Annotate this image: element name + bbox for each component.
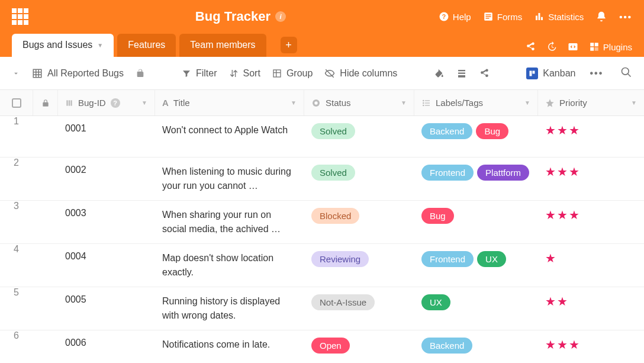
group-icon xyxy=(272,69,282,78)
cell-priority[interactable]: ★★★ xyxy=(538,158,644,186)
cell-labels[interactable]: UX xyxy=(414,287,538,317)
cell-title[interactable]: Map doesn't show location exactly. xyxy=(155,244,304,287)
svg-rect-13 xyxy=(595,47,598,51)
cell-bugid[interactable]: 0006 xyxy=(58,330,155,355)
cell-bugid[interactable]: 0004 xyxy=(58,244,155,269)
plugins-link[interactable]: Plugins xyxy=(589,41,632,52)
hide-columns-button[interactable]: Hide columns xyxy=(324,68,397,79)
select-all-column[interactable] xyxy=(0,90,33,115)
row-lock-cell xyxy=(33,244,58,258)
cell-title[interactable]: When sharing your run on social media, t… xyxy=(155,201,304,243)
cell-labels[interactable]: Backend xyxy=(414,330,538,361)
cell-labels[interactable]: BackendBug xyxy=(414,116,538,146)
tag-badge: Backend xyxy=(421,123,472,139)
svg-rect-19 xyxy=(273,70,281,77)
cell-priority[interactable]: ★ xyxy=(538,244,644,272)
cell-bugid[interactable]: 0003 xyxy=(58,201,155,226)
cell-title[interactable]: Running history is displayed with wrong … xyxy=(155,287,304,330)
row-height-icon[interactable] xyxy=(456,68,467,79)
svg-rect-10 xyxy=(590,43,594,46)
cell-labels[interactable]: FrontendPlattform xyxy=(414,158,538,188)
cell-status[interactable]: Open xyxy=(304,330,414,361)
col-dropdown-icon[interactable]: ▼ xyxy=(141,99,147,106)
table-row[interactable]: 50005Running history is displayed with w… xyxy=(0,287,644,330)
table-row[interactable]: 40004Map doesn't show location exactly.R… xyxy=(0,244,644,287)
paint-bucket-icon[interactable] xyxy=(434,68,445,79)
cell-priority[interactable]: ★★ xyxy=(538,287,644,316)
cell-bugid[interactable]: 0001 xyxy=(58,116,155,141)
cell-priority[interactable]: ★★★ xyxy=(538,116,644,144)
cell-status[interactable]: Solved xyxy=(304,158,414,188)
forms-link[interactable]: Forms xyxy=(483,11,523,22)
column-header-status[interactable]: Status ▼ xyxy=(304,90,414,115)
help-link[interactable]: ? Help xyxy=(439,11,471,22)
star-icon: ★ xyxy=(557,208,568,222)
status-badge: Reviewing xyxy=(311,251,369,267)
tab-team-members[interactable]: Team members xyxy=(179,34,266,57)
share-icon[interactable] xyxy=(525,41,536,52)
cell-priority[interactable]: ★★★ xyxy=(538,330,644,359)
table-row[interactable]: 10001Won't connect to Apple WatchSolvedB… xyxy=(0,116,644,158)
unlock-icon[interactable] xyxy=(136,69,145,78)
column-label-priority: Priority xyxy=(559,98,587,108)
cell-status[interactable]: Blocked xyxy=(304,201,414,231)
help-label: Help xyxy=(453,12,471,22)
cell-status[interactable]: Reviewing xyxy=(304,244,414,274)
page-title: Bug Tracker xyxy=(195,9,271,24)
column-header-labels[interactable]: Labels/Tags ▼ xyxy=(414,90,538,115)
col-dropdown-icon[interactable]: ▼ xyxy=(401,99,407,106)
select-all-checkbox[interactable] xyxy=(12,98,21,108)
help-circle-icon[interactable]: ? xyxy=(111,98,120,108)
column-header-bugid[interactable]: Bug-ID ? ▼ xyxy=(58,90,155,115)
share-view-icon[interactable] xyxy=(479,68,490,79)
svg-rect-31 xyxy=(69,100,70,105)
row-number: 5 xyxy=(0,287,33,298)
filter-button[interactable]: Filter xyxy=(182,68,217,79)
tab-features[interactable]: Features xyxy=(117,34,176,57)
column-header-priority[interactable]: Priority ▼ xyxy=(538,90,644,115)
cell-status[interactable]: Solved xyxy=(304,116,414,146)
col-dropdown-icon[interactable]: ▼ xyxy=(524,99,530,106)
view-dropdown-icon[interactable] xyxy=(12,69,20,78)
cell-bugid[interactable]: 0005 xyxy=(58,287,155,312)
table-row[interactable]: 20002When listening to music during your… xyxy=(0,158,644,201)
group-label: Group xyxy=(286,68,313,79)
svg-rect-14 xyxy=(33,69,41,78)
tab-bugs-and-issues[interactable]: Bugs and Issues▼ xyxy=(12,34,114,57)
tab-label: Team members xyxy=(190,40,255,50)
cell-bugid[interactable]: 0002 xyxy=(58,158,155,182)
svg-rect-11 xyxy=(595,43,598,46)
chevron-down-icon[interactable]: ▼ xyxy=(97,42,103,49)
history-icon[interactable] xyxy=(546,41,557,52)
column-header-title[interactable]: A Title ▼ xyxy=(155,90,304,115)
cell-title[interactable]: Won't connect to Apple Watch xyxy=(155,116,304,144)
kanban-button[interactable]: Kanban xyxy=(526,68,575,79)
filter-label: Filter xyxy=(196,68,217,79)
cell-labels[interactable]: Bug xyxy=(414,201,538,231)
cell-title[interactable]: When listening to music during your run … xyxy=(155,158,304,200)
group-button[interactable]: Group xyxy=(272,68,313,79)
more-menu-icon[interactable]: ••• xyxy=(619,12,632,22)
view-selector[interactable]: All Reported Bugs xyxy=(32,68,124,79)
notifications-icon[interactable] xyxy=(595,11,607,23)
apps-menu-icon[interactable] xyxy=(12,8,28,25)
add-tab-button[interactable]: + xyxy=(281,37,297,53)
cell-labels[interactable]: FrontendUX xyxy=(414,244,538,274)
statistics-link[interactable]: Statistics xyxy=(534,11,584,22)
info-icon[interactable]: i xyxy=(275,11,286,22)
code-icon[interactable] xyxy=(568,41,578,52)
svg-rect-7 xyxy=(539,13,540,20)
toolbar-more-icon[interactable]: ••• xyxy=(590,68,603,79)
col-dropdown-icon[interactable]: ▼ xyxy=(631,99,637,106)
table-row[interactable]: 30003When sharing your run on social med… xyxy=(0,201,644,244)
hide-icon xyxy=(324,68,335,79)
cell-status[interactable]: Not-A-Issue xyxy=(304,287,414,317)
cell-priority[interactable]: ★★★ xyxy=(538,201,644,229)
col-dropdown-icon[interactable]: ▼ xyxy=(291,99,297,106)
sort-button[interactable]: Sort xyxy=(229,68,260,79)
star-icon: ★ xyxy=(545,123,556,137)
search-icon[interactable] xyxy=(620,66,632,78)
table-row[interactable]: 60006Notifications come in late.OpenBack… xyxy=(0,330,644,363)
status-badge: Solved xyxy=(311,123,355,139)
cell-title[interactable]: Notifications come in late. xyxy=(155,330,304,359)
